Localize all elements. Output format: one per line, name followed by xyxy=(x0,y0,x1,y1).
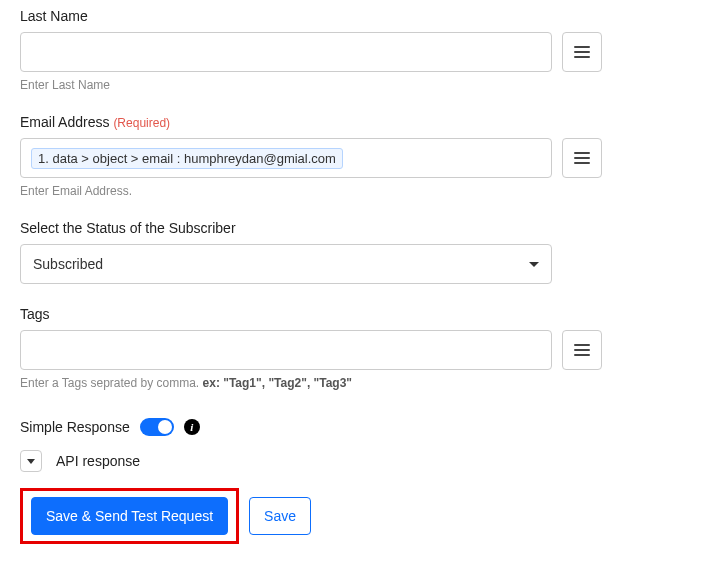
tags-helper-example: ex: "Tag1", "Tag2", "Tag3" xyxy=(203,376,353,390)
email-label: Email Address (Required) xyxy=(20,114,706,130)
tags-label: Tags xyxy=(20,306,706,322)
status-row: Subscribed xyxy=(20,244,706,284)
email-input[interactable]: 1. data > object > email : humphreydan@g… xyxy=(20,138,552,178)
field-status: Select the Status of the Subscriber Subs… xyxy=(20,220,706,284)
hamburger-icon-bar xyxy=(574,56,590,58)
hamburger-icon-bar xyxy=(574,157,590,159)
email-mapping-button[interactable] xyxy=(562,138,602,178)
api-response-label: API response xyxy=(56,453,140,469)
hamburger-icon-bar xyxy=(574,349,590,351)
caret-down-icon xyxy=(529,262,539,267)
tags-helper-prefix: Enter a Tags seprated by comma. xyxy=(20,376,203,390)
hamburger-icon-bar xyxy=(574,152,590,154)
field-last-name: Last Name Enter Last Name xyxy=(20,8,706,92)
last-name-input[interactable] xyxy=(20,32,552,72)
email-row: 1. data > object > email : humphreydan@g… xyxy=(20,138,706,178)
hamburger-icon-bar xyxy=(574,344,590,346)
last-name-helper: Enter Last Name xyxy=(20,78,706,92)
save-button[interactable]: Save xyxy=(249,497,311,535)
email-helper: Enter Email Address. xyxy=(20,184,706,198)
info-icon[interactable]: i xyxy=(184,419,200,435)
last-name-row xyxy=(20,32,706,72)
hamburger-icon-bar xyxy=(574,46,590,48)
highlight-box: Save & Send Test Request xyxy=(20,488,239,544)
save-send-test-button[interactable]: Save & Send Test Request xyxy=(31,497,228,535)
tags-input[interactable] xyxy=(20,330,552,370)
field-email: Email Address (Required) 1. data > objec… xyxy=(20,114,706,198)
simple-response-label: Simple Response xyxy=(20,419,130,435)
hamburger-icon-bar xyxy=(574,354,590,356)
hamburger-icon-bar xyxy=(574,51,590,53)
tags-mapping-button[interactable] xyxy=(562,330,602,370)
api-response-row: API response xyxy=(20,450,706,472)
tags-row xyxy=(20,330,706,370)
simple-response-toggle[interactable] xyxy=(140,418,174,436)
hamburger-icon-bar xyxy=(574,162,590,164)
required-tag: (Required) xyxy=(113,116,170,130)
email-mapping-token[interactable]: 1. data > object > email : humphreydan@g… xyxy=(31,148,343,169)
last-name-label: Last Name xyxy=(20,8,706,24)
status-label: Select the Status of the Subscriber xyxy=(20,220,706,236)
field-tags: Tags Enter a Tags seprated by comma. ex:… xyxy=(20,306,706,390)
tags-helper: Enter a Tags seprated by comma. ex: "Tag… xyxy=(20,376,706,390)
last-name-mapping-button[interactable] xyxy=(562,32,602,72)
email-label-text: Email Address xyxy=(20,114,109,130)
api-response-expand-button[interactable] xyxy=(20,450,42,472)
status-select[interactable]: Subscribed xyxy=(20,244,552,284)
status-selected-value: Subscribed xyxy=(33,256,103,272)
simple-response-row: Simple Response i xyxy=(20,418,706,436)
button-row: Save & Send Test Request Save xyxy=(20,488,706,544)
chevron-down-icon xyxy=(27,459,35,464)
